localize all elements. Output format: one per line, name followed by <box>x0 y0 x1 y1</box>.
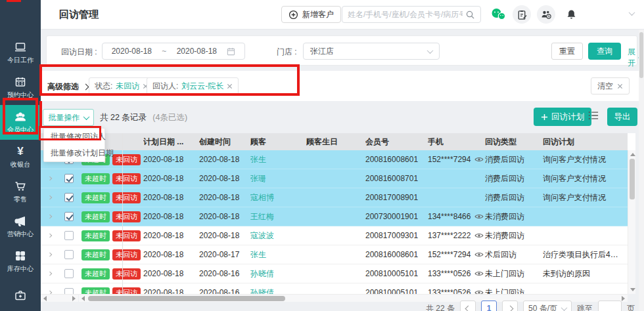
ontime-badge: 未超时 <box>81 211 110 222</box>
row-expand-icon[interactable] <box>41 215 62 218</box>
wechat-icon[interactable] <box>489 5 507 24</box>
sidebar-item-retail[interactable]: 零售 <box>0 175 41 209</box>
customer-link[interactable]: 寇波波 <box>250 230 306 241</box>
row-expand-icon[interactable] <box>41 272 62 276</box>
phone-value: 137****2222 <box>428 231 471 240</box>
scroll-up-arrow[interactable] <box>630 153 635 156</box>
row-expand-icon[interactable] <box>41 234 62 238</box>
date-end-value[interactable]: 2020-08-18 <box>177 47 217 56</box>
row-checkbox[interactable] <box>64 269 74 278</box>
search-input[interactable] <box>348 10 463 19</box>
eye-icon[interactable] <box>474 289 484 294</box>
table-row[interactable]: 未超时 未回访 2020-08-18 2020-08-18 张生 2008160… <box>41 150 628 169</box>
customer-link[interactable]: 张生 <box>250 249 306 260</box>
sidebar-item-marketing-center[interactable]: 营销中心 <box>0 209 41 244</box>
add-visit-plan-button[interactable]: 回访计划 <box>534 108 591 126</box>
col-header-member-no: 会员号 <box>365 136 428 148</box>
clear-filters-button[interactable]: 清空 <box>591 77 630 94</box>
table-row[interactable]: 未超时 未回访 2020-08-18 2020-08-18 王红梅 200730… <box>41 207 628 226</box>
scrollbar-thumb[interactable] <box>630 159 635 199</box>
close-icon[interactable] <box>227 83 233 89</box>
advanced-filter-toggle[interactable]: 高级筛选 <box>47 81 88 93</box>
search-icon[interactable] <box>465 10 475 20</box>
col-header-visit-type: 回访类型 <box>485 136 543 148</box>
customer-link[interactable]: 寇相博 <box>250 192 306 203</box>
sidebar-item-today-work[interactable]: 今日工作 <box>0 35 41 70</box>
bell-icon[interactable] <box>562 5 580 24</box>
column-settings-icon[interactable] <box>587 110 599 121</box>
eye-icon[interactable] <box>474 156 484 163</box>
table-row[interactable]: 未超时 未回访 2020-08-18 2020-08-16 孙晓倩 200810… <box>41 283 628 294</box>
sidebar-item-label: 今日工作 <box>7 56 34 65</box>
page-size-select[interactable]: 50 条/页 <box>523 301 572 311</box>
customer-link[interactable]: 王红梅 <box>250 211 306 222</box>
phone-cell: 152****7294 <box>428 250 485 259</box>
customer-link[interactable]: 张珊 <box>250 173 306 184</box>
sidebar-item-member-center[interactable]: 会员中心 <box>0 105 41 140</box>
customer-link[interactable]: 孙晓倩 <box>250 287 306 295</box>
reset-button[interactable]: 重置 <box>551 43 583 60</box>
query-button[interactable]: 查询 <box>588 43 621 60</box>
fixed-columns-scrollbar[interactable] <box>41 294 78 302</box>
sidebar-item-medical[interactable] <box>0 279 41 311</box>
close-icon <box>617 83 623 89</box>
jump-page-input[interactable] <box>598 301 622 311</box>
store-select[interactable]: 张江店 <box>303 43 440 60</box>
menu-item-edit-visitor[interactable]: 批量修改回访人 <box>44 129 104 145</box>
row-checkbox[interactable] <box>64 174 74 183</box>
yuan-icon: ¥ <box>17 145 23 158</box>
eye-icon[interactable] <box>474 232 484 239</box>
table-row[interactable]: 未超时 未回访 2020-08-18 2020-08-18 寇相博 200817… <box>41 188 628 207</box>
row-checkbox[interactable] <box>64 250 74 259</box>
status-badges: 未超时 未回访 <box>81 268 143 280</box>
clipboard-icon[interactable] <box>513 5 531 24</box>
scroll-left-arrow[interactable] <box>81 296 85 301</box>
unvisited-badge: 未回访 <box>112 173 141 184</box>
row-expand-icon[interactable] <box>41 176 62 180</box>
eye-icon[interactable] <box>474 251 484 258</box>
scroll-left-arrow[interactable] <box>43 296 47 301</box>
scroll-down-arrow[interactable] <box>630 288 635 291</box>
row-checkbox[interactable] <box>64 193 74 202</box>
visit-type-cell: 消费后回访 <box>485 192 543 203</box>
add-customer-button[interactable]: 新增客户 <box>281 6 341 23</box>
megaphone-icon <box>14 215 27 228</box>
status-badges: 未超时 未回访 <box>81 211 143 222</box>
row-checkbox[interactable] <box>64 231 74 240</box>
table-vertical-scrollbar[interactable] <box>628 150 635 294</box>
scroll-right-arrow[interactable] <box>72 296 76 301</box>
customer-link[interactable]: 张生 <box>250 154 306 165</box>
date-start-value[interactable]: 2020-08-18 <box>112 47 152 56</box>
row-checkbox[interactable] <box>64 212 74 221</box>
page-scrollbar[interactable] <box>639 30 644 311</box>
menu-item-edit-plan-date[interactable]: 批量修改计划日期 <box>44 145 104 161</box>
create-time-cell: 2020-08-18 <box>199 212 250 221</box>
page-number-button[interactable]: 1 <box>481 301 497 311</box>
row-checkbox[interactable] <box>64 288 74 294</box>
people-clock-icon[interactable] <box>537 5 555 24</box>
sidebar-item-cashier[interactable]: ¥ 收银台 <box>0 140 41 175</box>
sidebar-item-appointment-center[interactable]: 预约中心 <box>0 70 41 105</box>
table-row[interactable]: 未超时 未回访 2020-08-18 2020-08-17 张生 2008160… <box>41 245 628 264</box>
row-expand-icon[interactable] <box>41 253 62 257</box>
batch-actions-dropdown[interactable]: 批量操作 <box>43 109 94 126</box>
visits-table: 计划日期 ... 创建时间 顾客 顾客生日 会员号 手机 回访类型 回访计划 未… <box>41 133 635 294</box>
table-row[interactable]: 未超时 未回访 2020-08-18 2020-08-16 孙晓倩 200810… <box>41 264 628 283</box>
sidebar-item-inventory-center[interactable]: 库存中心 <box>0 244 41 279</box>
eye-icon[interactable] <box>474 270 484 277</box>
eye-icon[interactable] <box>474 213 484 220</box>
prev-page-button[interactable] <box>460 301 476 311</box>
date-range-picker[interactable]: 2020-08-18 ~ 2020-08-18 <box>102 43 245 60</box>
customer-link[interactable]: 孙晓倩 <box>250 268 306 280</box>
table-row[interactable]: 未超时 未回访 2020-08-18 2020-08-18 张珊 2008160… <box>41 169 628 188</box>
row-expand-icon[interactable] <box>41 196 62 199</box>
col-header-plan-date[interactable]: 计划日期 ... <box>143 136 199 148</box>
next-page-button[interactable] <box>502 301 518 311</box>
status-badges: 未超时 未回访 <box>81 287 143 295</box>
scrollbar-thumb[interactable] <box>639 32 643 78</box>
export-button[interactable]: 导出 <box>607 108 637 126</box>
table-row[interactable]: 未超时 未回访 2020-08-18 2020-08-18 寇波波 200817… <box>41 226 628 245</box>
scrollbar-thumb[interactable] <box>88 296 285 301</box>
store-filter-label: 门店 : <box>277 47 297 58</box>
chevron-down-icon[interactable] <box>629 9 635 16</box>
